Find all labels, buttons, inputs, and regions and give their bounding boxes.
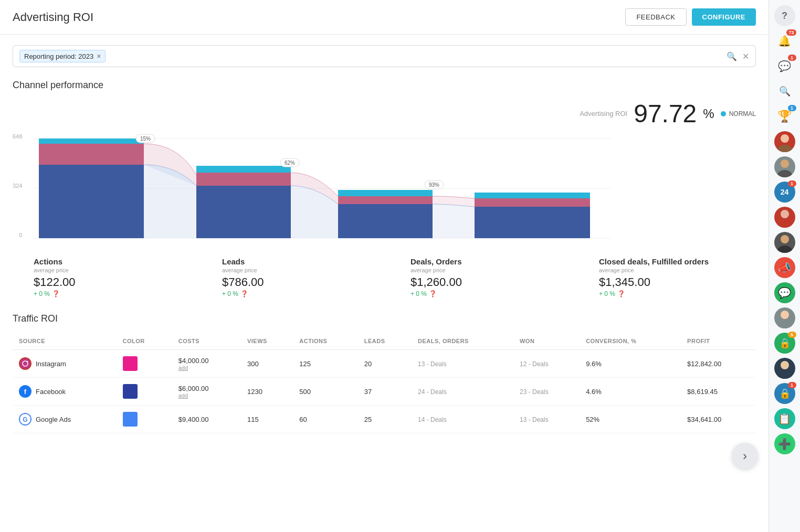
teal-icon: 📋: [778, 412, 791, 425]
bar2-pink: [196, 173, 291, 186]
cell-profit-2: $34,641.00: [681, 406, 756, 433]
roi-status-dot: [721, 111, 726, 116]
roi-value: 97.72: [634, 99, 697, 128]
cell-costs-2: $9,400.00: [172, 406, 241, 433]
add-cost-link-1[interactable]: add: [178, 392, 235, 399]
stat-leads-sub: average price: [222, 267, 379, 273]
stat-closed-name: Closed deals, Fulfilled orders: [599, 257, 756, 266]
col-profit: PROFIT: [681, 333, 756, 350]
avatar-6[interactable]: [774, 358, 795, 379]
cell-views-1: 1230: [241, 378, 293, 406]
cell-views-2: 115: [241, 406, 293, 433]
help-button[interactable]: ?: [774, 5, 795, 26]
table-row[interactable]: f Facebook $6,000.00 add 1230 500 37 24 …: [13, 378, 756, 406]
bar4-lightblue: [475, 193, 590, 198]
cell-actions-0: 125: [293, 350, 357, 378]
lock-badge-2: 1: [788, 382, 796, 388]
filter-tag-period[interactable]: Reporting period: 2023 ×: [19, 50, 106, 62]
table-row[interactable]: Instagram $4,000.00 add 300 125 20 13 - …: [13, 350, 756, 378]
stat-actions-sub: average price: [34, 267, 191, 273]
avatar-3[interactable]: [774, 207, 795, 228]
stat-deals-name: Deals, Orders: [410, 257, 567, 266]
svg-point-2: [781, 159, 789, 168]
cell-conversion-2: 52%: [580, 406, 681, 433]
page-title: Advertising ROI: [13, 10, 93, 24]
cell-leads-2: 25: [358, 406, 412, 433]
avatar-1[interactable]: [774, 131, 795, 152]
add-cost-link-0[interactable]: add: [178, 365, 235, 371]
table-header-row: SOURCE COLOR COSTS VIEWS ACTIONS LEADS D…: [13, 333, 756, 350]
stat-closed-help: ❓: [617, 290, 625, 297]
cell-actions-1: 500: [293, 378, 357, 406]
bar3-lightblue: [338, 190, 433, 196]
svg-point-7: [777, 246, 792, 253]
bar4-pink: [475, 198, 590, 207]
chevron-right-icon: ›: [743, 449, 747, 463]
chat-button[interactable]: 💬 1: [774, 56, 795, 77]
trophy-button[interactable]: 🏆 1: [774, 106, 795, 127]
svg-point-21: [20, 358, 30, 369]
stat-leads: Leads average price $786.00 + 0 % ❓: [222, 257, 379, 297]
header: Advertising ROI FEEDBACK CONFIGURE: [0, 0, 769, 35]
svg-point-5: [777, 220, 792, 228]
cell-source-1: f Facebook: [13, 378, 117, 406]
feedback-button[interactable]: FEEDBACK: [625, 8, 686, 26]
red-action-button[interactable]: 📣: [774, 257, 795, 278]
number-avatar[interactable]: 24 1: [774, 182, 795, 203]
cell-leads-0: 20: [358, 350, 412, 378]
stat-deals-change: + 0 % ❓: [410, 290, 567, 297]
configure-button[interactable]: CONFIGURE: [692, 8, 756, 26]
cell-color-1: [117, 378, 172, 406]
roi-indicator: Advertising ROI 97.72 % NORMAL: [13, 99, 756, 128]
avatar-4[interactable]: [774, 232, 795, 253]
svg-point-9: [777, 321, 792, 328]
search-button[interactable]: 🔍: [774, 81, 795, 102]
svg-point-6: [781, 235, 789, 243]
stat-closed-change: + 0 % ❓: [599, 290, 756, 297]
filter-tag-remove[interactable]: ×: [97, 52, 101, 60]
notification-button[interactable]: 🔔 73: [774, 30, 795, 51]
avatar-5[interactable]: [774, 307, 795, 328]
teal-action-button[interactable]: 📋: [774, 408, 795, 429]
col-color: COLOR: [117, 333, 172, 350]
megaphone-icon: 📣: [778, 261, 791, 274]
search-icon: 🔍: [779, 86, 791, 97]
svg-point-23: [27, 361, 28, 362]
cell-actions-2: 60: [293, 406, 357, 433]
stat-closed: Closed deals, Fulfilled orders average p…: [599, 257, 756, 297]
scroll-right-button[interactable]: ›: [732, 443, 758, 469]
avatar-2[interactable]: [774, 156, 795, 177]
filter-actions: 🔍 ✕: [727, 51, 749, 61]
filter-search-icon[interactable]: 🔍: [727, 51, 737, 61]
traffic-table: SOURCE COLOR COSTS VIEWS ACTIONS LEADS D…: [13, 333, 756, 433]
cell-source-0: Instagram: [13, 350, 117, 378]
green-action-button[interactable]: 💬: [774, 282, 795, 303]
svg-point-4: [781, 210, 789, 218]
stat-deals-help: ❓: [429, 290, 437, 297]
lock-button-1[interactable]: 🔒 5: [774, 333, 795, 354]
stat-leads-name: Leads: [222, 257, 379, 266]
cell-conversion-0: 9.6%: [580, 350, 681, 378]
table-row[interactable]: G Google Ads $9,400.00 115 60 25 14 - De…: [13, 406, 756, 433]
traffic-table-wrapper: SOURCE COLOR COSTS VIEWS ACTIONS LEADS D…: [13, 333, 756, 433]
notification-badge: 73: [786, 29, 796, 36]
lock-button-2[interactable]: 🔒 1: [774, 383, 795, 404]
svg-text:G: G: [23, 416, 27, 423]
svg-text:62%: 62%: [285, 160, 295, 166]
bar2-lightblue: [196, 166, 291, 173]
bar4-blue: [475, 207, 590, 238]
stat-leads-value: $786.00: [222, 275, 379, 289]
filter-close-icon[interactable]: ✕: [742, 51, 749, 61]
cell-profit-1: $8,619.45: [681, 378, 756, 406]
lock-badge-1: 5: [788, 332, 796, 338]
cell-deals-0: 13 - Deals: [412, 350, 513, 378]
col-deals-orders: DEALS, ORDERS: [412, 333, 513, 350]
green2-icon: ➕: [778, 438, 791, 450]
cell-deals-2: 14 - Deals: [412, 406, 513, 433]
main-content: Advertising ROI FEEDBACK CONFIGURE Repor…: [0, 0, 769, 532]
stat-leads-change: + 0 % ❓: [222, 290, 379, 297]
svg-point-11: [777, 371, 792, 379]
green2-action-button[interactable]: ➕: [774, 433, 795, 454]
channel-performance-section: Channel performance Advertising ROI 97.7…: [13, 80, 756, 297]
right-sidebar: ? 🔔 73 💬 1 🔍 🏆 1 24 1 📣 💬: [769, 0, 800, 532]
